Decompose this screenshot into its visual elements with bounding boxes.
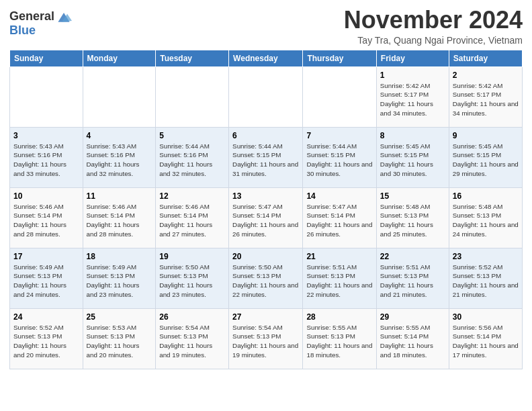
day-info: Sunrise: 5:45 AMSunset: 5:15 PMDaylight:… (453, 142, 519, 179)
day-cell: 15Sunrise: 5:48 AMSunset: 5:13 PMDayligh… (376, 187, 449, 248)
title-area: November 2024 Tay Tra, Quang Ngai Provin… (344, 7, 523, 46)
day-number: 13 (232, 191, 299, 201)
day-info: Sunrise: 5:52 AMSunset: 5:13 PMDaylight:… (13, 323, 79, 360)
day-cell: 18Sunrise: 5:49 AMSunset: 5:13 PMDayligh… (83, 248, 156, 308)
day-info: Sunrise: 5:46 AMSunset: 5:14 PMDaylight:… (13, 202, 79, 239)
logo-general: General (9, 9, 54, 24)
day-info: Sunrise: 5:53 AMSunset: 5:13 PMDaylight:… (87, 323, 152, 360)
day-cell: 2Sunrise: 5:42 AMSunset: 5:17 PMDaylight… (449, 66, 522, 127)
day-number: 3 (13, 131, 79, 140)
day-info: Sunrise: 5:49 AMSunset: 5:13 PMDaylight:… (13, 263, 79, 300)
day-number: 17 (13, 252, 79, 261)
weekday-header-sunday: Sunday (10, 50, 83, 66)
day-number: 29 (380, 312, 445, 322)
day-cell: 4Sunrise: 5:43 AMSunset: 5:16 PMDaylight… (83, 127, 156, 187)
week-row-3: 10Sunrise: 5:46 AMSunset: 5:14 PMDayligh… (10, 187, 523, 248)
day-info: Sunrise: 5:55 AMSunset: 5:14 PMDaylight:… (380, 323, 445, 360)
day-number: 2 (453, 71, 519, 80)
week-row-4: 17Sunrise: 5:49 AMSunset: 5:13 PMDayligh… (10, 248, 523, 308)
logo-area: General Blue (9, 7, 72, 38)
day-cell: 24Sunrise: 5:52 AMSunset: 5:13 PMDayligh… (10, 308, 83, 369)
weekday-header-wednesday: Wednesday (229, 50, 303, 66)
day-info: Sunrise: 5:42 AMSunset: 5:17 PMDaylight:… (380, 81, 445, 118)
day-cell: 5Sunrise: 5:44 AMSunset: 5:16 PMDaylight… (156, 127, 229, 187)
day-info: Sunrise: 5:46 AMSunset: 5:14 PMDaylight:… (159, 202, 225, 239)
weekday-header-friday: Friday (376, 50, 449, 66)
calendar-header: SundayMondayTuesdayWednesdayThursdayFrid… (10, 50, 523, 66)
day-cell: 7Sunrise: 5:44 AMSunset: 5:15 PMDaylight… (303, 127, 376, 187)
day-number: 25 (87, 312, 152, 322)
day-cell (156, 66, 229, 127)
day-number: 30 (453, 312, 519, 322)
day-cell: 28Sunrise: 5:55 AMSunset: 5:13 PMDayligh… (303, 308, 376, 369)
day-info: Sunrise: 5:45 AMSunset: 5:15 PMDaylight:… (380, 142, 445, 179)
weekday-header-row: SundayMondayTuesdayWednesdayThursdayFrid… (10, 50, 523, 66)
day-info: Sunrise: 5:48 AMSunset: 5:13 PMDaylight:… (380, 202, 445, 239)
weekday-header-tuesday: Tuesday (156, 50, 229, 66)
week-row-5: 24Sunrise: 5:52 AMSunset: 5:13 PMDayligh… (10, 308, 523, 369)
day-number: 12 (159, 191, 225, 201)
day-cell: 11Sunrise: 5:46 AMSunset: 5:14 PMDayligh… (83, 187, 156, 248)
day-info: Sunrise: 5:51 AMSunset: 5:13 PMDaylight:… (306, 263, 372, 300)
day-number: 5 (159, 131, 225, 140)
day-info: Sunrise: 5:47 AMSunset: 5:14 PMDaylight:… (306, 202, 372, 239)
day-info: Sunrise: 5:44 AMSunset: 5:15 PMDaylight:… (232, 142, 299, 179)
day-number: 7 (306, 131, 372, 140)
header: General Blue November 2024 Tay Tra, Quan… (9, 7, 523, 46)
day-cell: 9Sunrise: 5:45 AMSunset: 5:15 PMDaylight… (449, 127, 522, 187)
location-subtitle: Tay Tra, Quang Ngai Province, Vietnam (344, 35, 523, 46)
day-number: 26 (159, 312, 225, 322)
day-info: Sunrise: 5:44 AMSunset: 5:16 PMDaylight:… (159, 142, 225, 179)
day-info: Sunrise: 5:47 AMSunset: 5:14 PMDaylight:… (232, 202, 299, 239)
day-cell: 3Sunrise: 5:43 AMSunset: 5:16 PMDaylight… (10, 127, 83, 187)
day-number: 20 (232, 252, 299, 261)
day-number: 4 (87, 131, 152, 140)
day-cell: 19Sunrise: 5:50 AMSunset: 5:13 PMDayligh… (156, 248, 229, 308)
day-info: Sunrise: 5:50 AMSunset: 5:13 PMDaylight:… (159, 263, 225, 300)
day-info: Sunrise: 5:51 AMSunset: 5:13 PMDaylight:… (380, 263, 445, 300)
day-cell: 14Sunrise: 5:47 AMSunset: 5:14 PMDayligh… (303, 187, 376, 248)
day-cell: 10Sunrise: 5:46 AMSunset: 5:14 PMDayligh… (10, 187, 83, 248)
day-number: 8 (380, 131, 445, 140)
logo-text: General (9, 9, 72, 24)
day-info: Sunrise: 5:55 AMSunset: 5:13 PMDaylight:… (306, 323, 372, 360)
day-cell: 21Sunrise: 5:51 AMSunset: 5:13 PMDayligh… (303, 248, 376, 308)
logo-blue: Blue (9, 24, 36, 38)
day-cell: 29Sunrise: 5:55 AMSunset: 5:14 PMDayligh… (376, 308, 449, 369)
calendar-table: SundayMondayTuesdayWednesdayThursdayFrid… (9, 50, 523, 369)
weekday-header-saturday: Saturday (449, 50, 522, 66)
day-cell (83, 66, 156, 127)
day-number: 1 (380, 71, 445, 80)
logo-icon (56, 10, 72, 24)
day-cell: 25Sunrise: 5:53 AMSunset: 5:13 PMDayligh… (83, 308, 156, 369)
day-cell: 8Sunrise: 5:45 AMSunset: 5:15 PMDaylight… (376, 127, 449, 187)
week-row-2: 3Sunrise: 5:43 AMSunset: 5:16 PMDaylight… (10, 127, 523, 187)
day-info: Sunrise: 5:42 AMSunset: 5:17 PMDaylight:… (453, 81, 519, 118)
day-number: 10 (13, 191, 79, 201)
day-cell (10, 66, 83, 127)
day-number: 23 (453, 252, 519, 261)
weekday-header-thursday: Thursday (303, 50, 376, 66)
day-number: 27 (232, 312, 299, 322)
day-cell (229, 66, 303, 127)
day-number: 28 (306, 312, 372, 322)
day-cell (303, 66, 376, 127)
day-info: Sunrise: 5:54 AMSunset: 5:13 PMDaylight:… (232, 323, 299, 360)
day-cell: 20Sunrise: 5:50 AMSunset: 5:13 PMDayligh… (229, 248, 303, 308)
day-cell: 1Sunrise: 5:42 AMSunset: 5:17 PMDaylight… (376, 66, 449, 127)
day-info: Sunrise: 5:52 AMSunset: 5:13 PMDaylight:… (453, 263, 519, 300)
day-number: 22 (380, 252, 445, 261)
day-cell: 27Sunrise: 5:54 AMSunset: 5:13 PMDayligh… (229, 308, 303, 369)
day-number: 21 (306, 252, 372, 261)
day-number: 6 (232, 131, 299, 140)
day-info: Sunrise: 5:48 AMSunset: 5:13 PMDaylight:… (453, 202, 519, 239)
day-info: Sunrise: 5:46 AMSunset: 5:14 PMDaylight:… (87, 202, 152, 239)
day-info: Sunrise: 5:43 AMSunset: 5:16 PMDaylight:… (87, 142, 152, 179)
day-cell: 30Sunrise: 5:56 AMSunset: 5:14 PMDayligh… (449, 308, 522, 369)
day-info: Sunrise: 5:44 AMSunset: 5:15 PMDaylight:… (306, 142, 372, 179)
page: General Blue November 2024 Tay Tra, Quan… (0, 0, 532, 376)
day-number: 19 (159, 252, 225, 261)
day-info: Sunrise: 5:43 AMSunset: 5:16 PMDaylight:… (13, 142, 79, 179)
day-info: Sunrise: 5:54 AMSunset: 5:13 PMDaylight:… (159, 323, 225, 360)
day-cell: 26Sunrise: 5:54 AMSunset: 5:13 PMDayligh… (156, 308, 229, 369)
